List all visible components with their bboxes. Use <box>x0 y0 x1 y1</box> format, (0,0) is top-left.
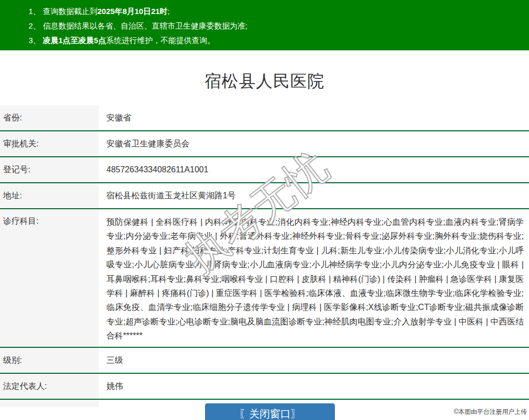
row-label: 诊疗科目: <box>0 209 99 347</box>
copyright-note: ©本图由平台注册用户上传 <box>454 408 527 416</box>
table-row-approval-authority: 审批机关: 安徽省卫生健康委员会 <box>0 131 529 157</box>
notice-text: 系统进行维护，不能提供查询。 <box>106 36 215 45</box>
row-value: 三级 <box>99 348 529 373</box>
row-label: 省份: <box>0 105 99 130</box>
row-label: 审批机关: <box>0 131 99 156</box>
row-value: 安徽省 <box>99 105 529 130</box>
notice-bar: 1、 查询数据截止到2025年8月10日21时; 2、 信息数据结果以各省、自治… <box>0 0 529 50</box>
notice-line-3: 3、 凌晨1点至凌晨5点系统进行维护，不能提供查询。 <box>29 33 524 48</box>
close-window-button[interactable]: 〖关闭窗口〗 <box>205 403 335 420</box>
hospital-title: 宿松县人民医院 <box>0 50 529 105</box>
row-label: 地址: <box>0 183 99 208</box>
table-row-province: 省份: 安徽省 <box>0 105 529 131</box>
notice-text: 2、 信息数据结果以各省、自治区、直辖市卫生健康委数据为准; <box>29 21 248 30</box>
row-label: 登记号: <box>0 157 99 182</box>
notice-text: ; <box>168 7 170 16</box>
notice-bold-text: 凌晨1点至凌晨5点 <box>43 36 106 45</box>
row-value: 安徽省卫生健康委员会 <box>99 131 529 156</box>
table-row-level: 级别: 三级 <box>0 348 529 374</box>
hospital-info-table: 省份: 安徽省 审批机关: 安徽省卫生健康委员会 登记号: 4857263433… <box>0 105 529 407</box>
notice-text: 1、 查询数据截止到 <box>29 7 98 16</box>
row-label <box>0 400 99 407</box>
notice-bold-text: 2025年8月10日21时 <box>98 7 168 16</box>
table-row-address: 地址: 宿松县松兹街道玉龙社区黄湖路1号 <box>0 183 529 209</box>
page: 1、 查询数据截止到2025年8月10日21时; 2、 信息数据结果以各省、自治… <box>0 0 529 420</box>
notice-line-2: 2、 信息数据结果以各省、自治区、直辖市卫生健康委数据为准; <box>29 19 524 33</box>
table-row-medical-subjects: 诊疗科目: 预防保健科 | 全科医疗科 | 内科;呼吸内科专业;消化内科专业;神… <box>0 209 529 348</box>
table-row-registration-number: 登记号: 48572634334082611A1001 <box>0 157 529 183</box>
notice-line-1: 1、 查询数据截止到2025年8月10日21时; <box>29 4 524 19</box>
row-value: 姚伟 <box>99 374 529 399</box>
row-value: 预防保健科 | 全科医疗科 | 内科;呼吸内科专业;消化内科专业;神经内科专业;… <box>99 209 529 347</box>
row-value: 宿松县松兹街道玉龙社区黄湖路1号 <box>99 183 529 208</box>
table-row-legal-representative: 法定代表人: 姚伟 <box>0 374 529 400</box>
notice-text: 3、 <box>29 36 43 45</box>
row-value: 48572634334082611A1001 <box>99 157 529 182</box>
row-label: 级别: <box>0 348 99 373</box>
row-label: 法定代表人: <box>0 374 99 399</box>
